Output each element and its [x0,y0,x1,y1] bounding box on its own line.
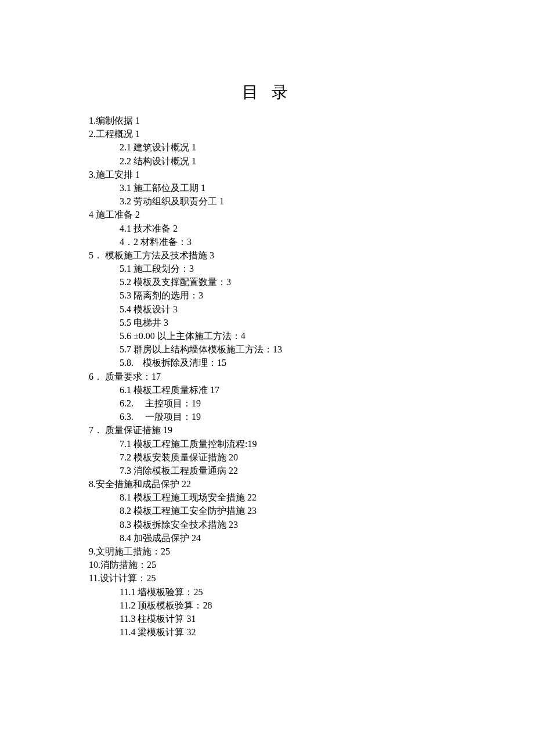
toc-entry: 5.1 施工段划分：3 [120,262,534,275]
toc-entry: 11.3 柱模板计算 31 [120,612,534,625]
toc-entry: 5.7 群房以上结构墙体模板施工方法：13 [120,343,534,356]
toc-entry: 11.2 顶板模板验算：28 [120,599,534,612]
toc-entry: 2.1 建筑设计概况 1 [120,141,534,154]
toc-entry: 7.3 消除模板工程质量通病 22 [120,464,534,477]
toc-entry: 6.2. 主控项目：19 [120,397,534,410]
toc-entry: 8.安全措施和成品保护 22 [89,477,534,491]
toc-entry: 3.2 劳动组织及职责分工 1 [120,195,534,208]
toc-entry: 5.5 电梯井 3 [120,316,534,329]
toc-entry: 11.1 墙模板验算：25 [120,585,534,599]
toc-entry: 4.1 技术准备 2 [120,222,534,235]
table-of-contents: 1.编制依据 1 2.工程概况 1 2.1 建筑设计概况 1 2.2 结构设计概… [89,114,534,639]
toc-entry: 5.6 ±0.00 以上主体施工方法：4 [120,329,534,343]
toc-entry: 3.施工安排 1 [89,168,534,181]
toc-entry: 4 施工准备 2 [89,208,534,221]
toc-entry: 4．2 材料准备：3 [120,235,534,249]
toc-entry: 6.3. 一般项目：19 [120,410,534,423]
toc-entry: 7.1 模板工程施工质量控制流程:19 [120,437,534,451]
toc-entry: 8.1 模板工程施工现场安全措施 22 [120,491,534,504]
toc-entry: 7． 质量保证措施 19 [89,423,534,437]
toc-entry: 3.1 施工部位及工期 1 [120,181,534,195]
toc-entry: 5.8. 模板拆除及清理：15 [120,356,534,369]
toc-entry: 6． 质量要求：17 [89,370,534,383]
toc-entry: 9.文明施工措施：25 [89,545,534,558]
toc-entry: 5.4 模板设计 3 [120,303,534,316]
toc-entry: 5.3 隔离剂的选用：3 [120,289,534,302]
toc-entry: 11.设计计算：25 [89,571,534,585]
toc-entry: 8.3 模板拆除安全技术措施 23 [120,518,534,531]
toc-entry: 1.编制依据 1 [89,114,534,127]
toc-entry: 7.2 模板安装质量保证措施 20 [120,451,534,464]
toc-entry: 6.1 模板工程质量标准 17 [120,383,534,397]
toc-entry: 8.4 加强成品保护 24 [120,531,534,545]
toc-entry: 2.工程概况 1 [89,127,534,141]
toc-entry: 5.2 模板及支撑配置数量：3 [120,275,534,289]
toc-entry: 2.2 结构设计概况 1 [120,154,534,168]
toc-entry: 11.4 梁模板计算 32 [120,625,534,639]
document-title: 目 录 [0,81,534,103]
toc-entry: 8.2 模板工程施工安全防护措施 23 [120,504,534,517]
toc-entry: 10.消防措施：25 [89,558,534,571]
toc-entry: 5． 模板施工方法及技术措施 3 [89,249,534,262]
